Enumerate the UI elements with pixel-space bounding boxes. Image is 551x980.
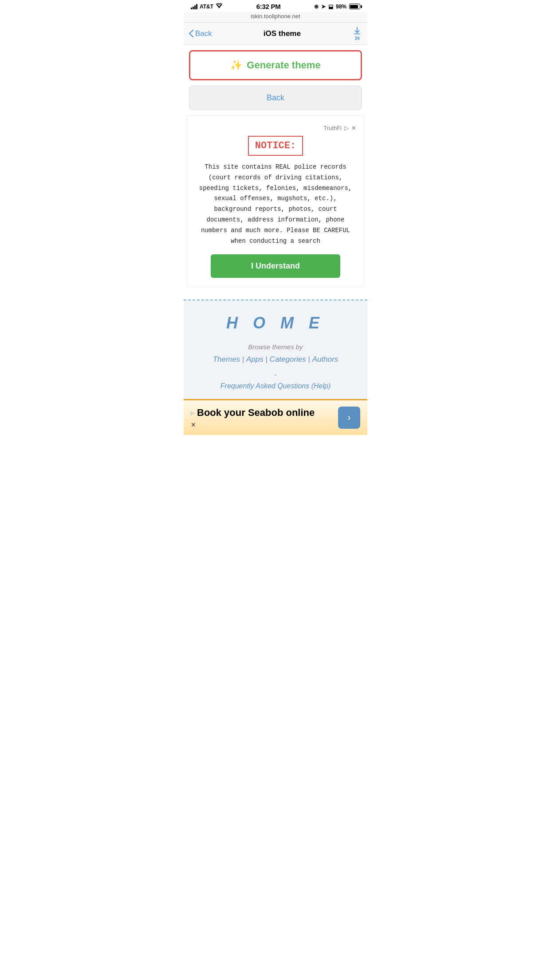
back-button[interactable]: Back: [189, 86, 362, 110]
nav-icon: ➤: [321, 4, 326, 10]
categories-link[interactable]: Categories: [270, 355, 306, 364]
ad-section: TruthFi ▷ ✕ NOTICE: This site contains R…: [187, 115, 364, 287]
status-time: 6:32 PM: [256, 3, 281, 10]
location-icon: ⊕: [314, 4, 319, 10]
bluetooth-icon: ⬓: [328, 4, 333, 10]
ad-close-icon[interactable]: ✕: [351, 125, 356, 131]
browse-links: Themes | Apps | Categories | Authors: [193, 355, 358, 364]
bottom-ad-close-icon[interactable]: ✕: [191, 421, 338, 428]
generate-btn-wrapper: ✨ Generate theme: [184, 45, 367, 86]
browse-label: Browse themes by: [193, 343, 358, 351]
carrier-label: AT&T: [200, 4, 213, 10]
notice-box: NOTICE:: [248, 136, 303, 156]
bottom-ad-content: ▷ Book your Seabob online: [191, 407, 338, 419]
generate-theme-button[interactable]: ✨ Generate theme: [189, 50, 362, 80]
understand-button[interactable]: I Understand: [211, 254, 340, 278]
home-title: H O M E: [193, 314, 358, 332]
home-section: H O M E Browse themes by Themes | Apps |…: [184, 300, 367, 399]
battery-percent: 98%: [336, 4, 346, 10]
url-bar: iskin.tooliphone.net: [184, 12, 367, 23]
download-count: 34: [354, 36, 359, 41]
apps-link[interactable]: Apps: [246, 355, 264, 364]
ad-tri-icon: ▷: [191, 410, 194, 416]
ad-brand-label: TruthFi: [323, 125, 342, 131]
status-bar: AT&T 6:32 PM ⊕ ➤ ⬓ 98%: [184, 0, 367, 12]
main-content: ✨ Generate theme Back TruthFi ▷ ✕ NOTICE…: [184, 45, 367, 399]
nav-download-button[interactable]: 34: [352, 26, 362, 41]
url-text: iskin.tooliphone.net: [251, 13, 300, 20]
wand-icon: ✨: [230, 59, 242, 71]
generate-btn-label: Generate theme: [247, 59, 320, 71]
battery-icon: [349, 4, 360, 9]
separator-2: |: [265, 355, 269, 364]
back-btn-wrapper: Back: [184, 86, 367, 115]
nav-back-button[interactable]: Back: [189, 29, 212, 38]
nav-title: iOS theme: [264, 29, 301, 38]
bottom-ad-arrow-button[interactable]: ›: [338, 407, 360, 429]
faq-link[interactable]: Frequently Asked Questions (Help): [220, 382, 331, 390]
separator-1: |: [242, 355, 246, 364]
bottom-ad-text: Book your Seabob online: [197, 407, 315, 419]
back-btn-label: Back: [267, 93, 284, 102]
notice-label: NOTICE:: [255, 140, 296, 151]
ad-body: This site contains REAL police records (…: [195, 162, 356, 246]
separator-3: |: [308, 355, 312, 364]
bottom-ad-banner: ▷ Book your Seabob online ✕ ›: [184, 399, 367, 435]
status-right: ⊕ ➤ ⬓ 98%: [314, 4, 360, 10]
status-left: AT&T: [191, 3, 223, 10]
understand-btn-label: I Understand: [251, 261, 300, 270]
ad-play-icon: ▷: [344, 125, 349, 131]
authors-link[interactable]: Authors: [312, 355, 338, 364]
dot-separator: .: [193, 368, 358, 378]
ad-header: TruthFi ▷ ✕: [195, 125, 356, 131]
themes-link[interactable]: Themes: [213, 355, 240, 364]
nav-bar: Back iOS theme 34: [184, 23, 367, 45]
svg-point-0: [219, 8, 220, 8]
nav-back-label: Back: [195, 29, 212, 38]
wifi-icon: [216, 3, 223, 10]
signal-icon: [191, 4, 197, 9]
